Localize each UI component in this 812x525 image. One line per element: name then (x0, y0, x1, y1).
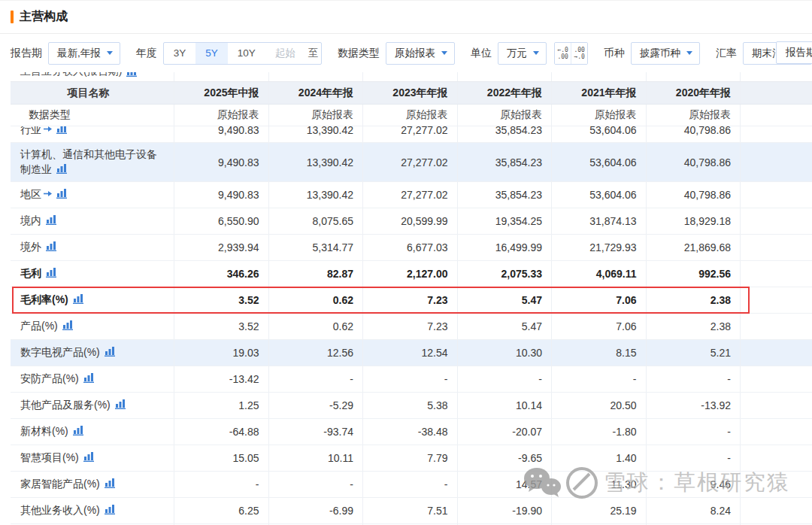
year-range-group: 3Y 5Y 10Y 起始 至 结束 (163, 42, 322, 65)
report-period-label: 报告期 (11, 47, 42, 60)
cell-value: 11.30 (552, 472, 647, 497)
bar-chart-icon[interactable] (83, 372, 95, 383)
cell-value: 3.52 (174, 314, 269, 339)
row-label: 家居智能产品(%) (11, 472, 174, 497)
table-row: 其他产品及服务(%)1.25-5.295.3810.1420.50-13.92 (11, 393, 812, 419)
report-period-select[interactable]: 最新,年报 (48, 42, 120, 65)
row-label: 境外 (11, 235, 174, 260)
cell-value: 原始报表 (458, 105, 553, 126)
cell-value: 27,277.02 (363, 182, 458, 208)
cell-value: 原始报表 (552, 105, 647, 126)
section-title-bar: 主营构成 (0, 1, 812, 34)
cell-value: 9,490.83 (174, 126, 269, 143)
cell-value: 35,854.23 (458, 143, 553, 181)
data-type-select[interactable]: 原始报表 (386, 42, 455, 65)
row-label: 产品(%) (11, 314, 174, 339)
chevron-down-icon (441, 51, 447, 55)
cell-value: 10.11 (269, 445, 364, 471)
row-label: 毛利 (11, 261, 174, 287)
column-header: 2025年中报 (174, 82, 269, 104)
bar-chart-icon[interactable] (73, 293, 85, 304)
report-period-compare-button[interactable]: 报告期 (776, 41, 812, 64)
cell-value: 13,390.42 (269, 143, 364, 181)
cell-value: 16,499.99 (458, 235, 553, 260)
year-option-3y[interactable]: 3Y (164, 43, 196, 64)
bar-chart-icon[interactable] (115, 399, 127, 409)
cell-value: 2,127.00 (363, 261, 458, 287)
column-header: 2024年年报 (269, 82, 364, 104)
arrow-icon (44, 126, 52, 132)
decimal-adjust-group: ←.0 .00 .00 →.0 (554, 42, 588, 65)
cell-value: 7.06 (552, 314, 647, 339)
unit-select[interactable]: 万元 (498, 42, 547, 65)
year-option-5y[interactable]: 5Y (195, 43, 228, 64)
cell-value: - (174, 472, 269, 497)
bar-chart-icon[interactable] (105, 478, 117, 488)
cell-value: 6,550.90 (174, 208, 269, 234)
cell-value: 原始报表 (174, 105, 269, 126)
year-option-10y[interactable]: 10Y (228, 43, 265, 64)
bar-chart-icon[interactable] (46, 241, 58, 251)
cell-value: 7.23 (363, 287, 458, 313)
cell-value: 40,798.86 (647, 126, 741, 143)
page-title: 主营构成 (20, 9, 68, 25)
row-label: 计算机、通信和其他电子设备制造业 (11, 143, 174, 181)
bar-chart-icon[interactable] (56, 163, 68, 174)
bar-chart-icon[interactable] (62, 320, 74, 330)
range-to-label: 至 (305, 43, 322, 64)
row-label: 数字电视产品(%) (11, 340, 174, 366)
increase-decimal-button[interactable]: .00 →.0 (571, 43, 587, 64)
cell-value: 20,599.99 (363, 208, 458, 234)
arrow-bar-chart-icon[interactable] (56, 188, 68, 199)
bar-chart-icon[interactable] (105, 504, 117, 514)
decrease-decimal-button[interactable]: ←.0 .00 (555, 43, 571, 64)
range-start-input[interactable]: 起始 (265, 43, 305, 64)
bar-chart-icon[interactable] (73, 425, 85, 435)
table-row: 家居智能产品(%)---14.5711.309.46 (11, 472, 812, 498)
cell-value: 5.38 (363, 393, 458, 418)
cell-value: 6,677.03 (363, 235, 458, 260)
cell-value: 35,854.23 (458, 126, 553, 143)
cell-value: - (363, 366, 458, 392)
cell-value: 12.56 (269, 340, 364, 366)
cell-value: 7.23 (363, 314, 458, 339)
chevron-down-icon (107, 51, 113, 55)
table-row: 其他业务收入(%)6.25-6.997.51-19.9025.198.24 (11, 498, 812, 524)
table-row: 新材料(%)-64.88-93.74-38.48-20.07-1.80- (11, 419, 812, 445)
cell-value: 9,490.83 (174, 182, 269, 208)
bar-chart-icon[interactable] (46, 214, 58, 225)
fx-rate-label: 汇率 (716, 47, 737, 60)
row-label: 毛利率(%) (11, 287, 174, 313)
table-row: 地区9,490.8313,390.4227,277.0235,854.2353,… (11, 182, 812, 208)
data-type-label: 数据类型 (338, 47, 380, 60)
cell-value: 53,604.06 (552, 143, 647, 181)
cell-value: 0.62 (269, 314, 364, 339)
column-header: 项目名称 (11, 82, 174, 104)
year-range-label: 年度 (136, 47, 157, 60)
currency-select[interactable]: 披露币种 (631, 42, 700, 65)
cell-value: - (363, 472, 458, 497)
cell-value: - (458, 366, 553, 392)
chevron-down-icon (686, 51, 692, 55)
bar-chart-icon[interactable] (126, 72, 138, 77)
range-end-input[interactable]: 结束 (321, 43, 322, 64)
cell-value: 53,604.06 (552, 126, 647, 143)
table-row: 行业9,490.8313,390.4227,277.0235,854.2353,… (11, 126, 812, 143)
row-label: 地区 (11, 182, 174, 208)
cell-value: 31,874.13 (552, 208, 647, 234)
table-row: 毛利率(%)3.520.627.235.477.062.38 (11, 287, 812, 314)
cell-value: 原始报表 (647, 105, 741, 126)
cell-value: 0.62 (269, 287, 364, 313)
main-business-table: 主营业务收入(报告期)项目名称2025年中报2024年年报2023年年报2022… (11, 72, 812, 525)
bar-chart-icon[interactable] (83, 451, 95, 462)
bar-chart-icon[interactable] (46, 267, 58, 278)
cell-value: -6.99 (269, 498, 364, 523)
arrow-bar-chart-icon[interactable] (56, 126, 68, 134)
cell-value: 35,854.23 (458, 182, 553, 208)
cell-value: 53,604.06 (552, 182, 647, 208)
cell-value: 8.24 (647, 498, 741, 523)
bar-chart-icon[interactable] (105, 346, 117, 357)
cell-value: 5.47 (458, 314, 553, 339)
main-business-composition-panel: 主营构成 报告期 最新,年报 年度 3Y 5Y 10Y 起始 至 结束 数据类型… (0, 0, 812, 525)
cell-value: -13.92 (647, 393, 741, 418)
